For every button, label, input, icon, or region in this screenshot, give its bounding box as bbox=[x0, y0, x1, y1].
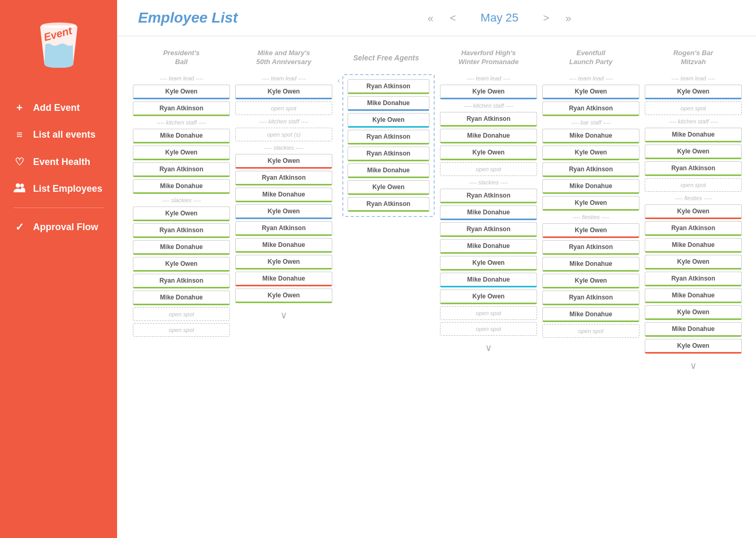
employee-card[interactable]: Ryan Atkinson bbox=[645, 221, 742, 236]
section-label: ---- team lead ---- bbox=[235, 74, 332, 82]
employee-card[interactable]: Mike Donahue bbox=[645, 288, 742, 303]
free-agent-card[interactable]: Kyle Owen bbox=[348, 180, 429, 195]
employee-card[interactable]: Ryan Atkinson bbox=[440, 189, 537, 203]
list-icon: ≡ bbox=[13, 129, 26, 141]
employees-icon bbox=[13, 183, 26, 195]
column-expand-button[interactable]: ∨ bbox=[645, 356, 742, 376]
employee-card[interactable]: Ryan Atkinson bbox=[542, 291, 639, 305]
employee-card[interactable]: Ryan Atkinson bbox=[133, 162, 230, 177]
first-page-button[interactable]: « bbox=[424, 10, 438, 26]
employee-card[interactable]: Ryan Atkinson bbox=[440, 222, 537, 237]
sidebar-item-event-health[interactable]: ♡ Event Health bbox=[0, 148, 117, 175]
free-agent-card[interactable]: Kyle Owen bbox=[348, 113, 429, 128]
employee-card[interactable]: Kyle Owen bbox=[235, 204, 332, 219]
employee-card[interactable]: Ryan Atkinson bbox=[133, 101, 230, 116]
employee-card[interactable]: Mike Donahue bbox=[645, 322, 742, 337]
open-spot-card[interactable]: open spot bbox=[440, 306, 537, 320]
event-title-eventfull: EventfullLaunch Party bbox=[542, 47, 639, 69]
employee-card[interactable]: Ryan Atkinson bbox=[645, 161, 742, 176]
open-spot-card[interactable]: open spot bbox=[542, 324, 639, 338]
free-agent-card[interactable]: Ryan Atkinson bbox=[348, 197, 429, 212]
column-expand-button[interactable]: ∨ bbox=[235, 305, 332, 325]
employee-card[interactable]: Mike Donahue bbox=[133, 179, 230, 194]
employee-card[interactable]: Kyle Owen bbox=[645, 85, 742, 99]
employee-card[interactable]: Kyle Owen bbox=[542, 85, 639, 99]
employee-card[interactable]: Mike Donahue bbox=[542, 307, 639, 322]
employee-card[interactable]: Mike Donahue bbox=[645, 128, 742, 142]
section-label: ---- fiesties ---- bbox=[542, 213, 639, 221]
employee-card[interactable]: Mike Donahue bbox=[440, 129, 537, 143]
employee-card[interactable]: Kyle Owen bbox=[542, 196, 639, 211]
employee-card[interactable]: Kyle Owen bbox=[133, 257, 230, 272]
employee-card[interactable]: Mike Donahue bbox=[440, 239, 537, 254]
employee-card[interactable]: Ryan Atkinson bbox=[542, 240, 639, 255]
employee-card[interactable]: Kyle Owen bbox=[440, 85, 537, 99]
free-agents-left-arrow[interactable]: ‹ bbox=[338, 76, 340, 85]
employee-card[interactable]: Mike Donahue bbox=[235, 238, 332, 253]
employee-card[interactable]: Kyle Owen bbox=[235, 154, 332, 169]
free-agent-card[interactable]: Ryan Atkinson bbox=[348, 130, 429, 144]
sidebar-item-approval-flow[interactable]: ✓ Approval Flow bbox=[0, 213, 117, 241]
employee-card[interactable]: Kyle Owen bbox=[645, 204, 742, 219]
prev-button[interactable]: < bbox=[446, 10, 460, 26]
employee-card[interactable]: Ryan Atkinson bbox=[542, 101, 639, 116]
open-spot-card[interactable]: open spot bbox=[133, 307, 230, 321]
employee-card[interactable]: Kyle Owen bbox=[235, 288, 332, 303]
sidebar-item-list-employees[interactable]: List Employees bbox=[0, 175, 117, 202]
event-title-haverford: Haverford High'sWinter Promanade bbox=[440, 47, 537, 69]
employee-card[interactable]: Kyle Owen bbox=[440, 146, 537, 160]
employee-card[interactable]: Mike Donahue bbox=[133, 291, 230, 305]
employee-card[interactable]: Ryan Atkinson bbox=[440, 112, 537, 127]
free-agent-card[interactable]: Mike Donahue bbox=[348, 96, 429, 111]
employee-card[interactable]: Ryan Atkinson bbox=[235, 221, 332, 236]
employee-card[interactable]: Mike Donahue bbox=[235, 272, 332, 286]
open-spot-card[interactable]: open spot (s) bbox=[235, 128, 332, 141]
employee-card[interactable]: Ryan Atkinson bbox=[133, 223, 230, 238]
employee-card[interactable]: Kyle Owen bbox=[235, 255, 332, 270]
employee-card[interactable]: Kyle Owen bbox=[133, 85, 230, 99]
next-button[interactable]: > bbox=[539, 10, 553, 26]
employee-card[interactable]: Mike Donahue bbox=[542, 257, 639, 272]
open-spot-card[interactable]: open spot bbox=[235, 101, 332, 115]
employee-card[interactable]: Kyle Owen bbox=[133, 206, 230, 221]
last-page-button[interactable]: » bbox=[561, 10, 575, 26]
event-title-presidents-ball: President'sBall bbox=[133, 47, 230, 69]
employee-card[interactable]: Mike Donahue bbox=[542, 179, 639, 194]
employee-card[interactable]: Kyle Owen bbox=[542, 146, 639, 160]
employee-card[interactable]: Kyle Owen bbox=[235, 85, 332, 99]
employee-card[interactable]: Kyle Owen bbox=[645, 255, 742, 270]
open-spot-card[interactable]: open spot bbox=[440, 322, 537, 336]
column-expand-button[interactable]: ∨ bbox=[440, 338, 537, 358]
open-spot-card[interactable]: open spot bbox=[645, 101, 742, 115]
employee-card[interactable]: Kyle Owen bbox=[645, 305, 742, 320]
free-agent-card[interactable]: Mike Donahue bbox=[348, 163, 429, 178]
employee-card[interactable]: Kyle Owen bbox=[542, 274, 639, 288]
employee-card[interactable]: Ryan Atkinson bbox=[542, 162, 639, 177]
free-agent-card[interactable]: Ryan Atkinson bbox=[348, 79, 429, 94]
checkmark-icon: ✓ bbox=[13, 221, 26, 233]
employee-card[interactable]: Mike Donahue bbox=[440, 205, 537, 220]
employee-card[interactable]: Kyle Owen bbox=[440, 256, 537, 271]
section-label: ---- kitchen staff ---- bbox=[440, 101, 537, 110]
employee-card[interactable]: Kyle Owen bbox=[645, 339, 742, 354]
employee-card[interactable]: Mike Donahue bbox=[235, 188, 332, 202]
free-agent-card[interactable]: Ryan Atkinson bbox=[348, 147, 429, 161]
sidebar-item-add-event[interactable]: + Add Event bbox=[0, 95, 117, 121]
employee-card[interactable]: Kyle Owen bbox=[645, 144, 742, 159]
employee-card[interactable]: Ryan Atkinson bbox=[133, 274, 230, 288]
open-spot-card[interactable]: open spot bbox=[440, 162, 537, 176]
free-agents-box: Ryan Atkinson Mike Donahue Kyle Owen Rya… bbox=[342, 74, 435, 217]
employee-card[interactable]: Ryan Atkinson bbox=[645, 272, 742, 286]
employee-card[interactable]: Mike Donahue bbox=[542, 129, 639, 143]
employee-card[interactable]: Kyle Owen bbox=[133, 146, 230, 160]
open-spot-card[interactable]: open spot bbox=[133, 323, 230, 337]
employee-card[interactable]: Mike Donahue bbox=[440, 273, 537, 287]
employee-card[interactable]: Ryan Atkinson bbox=[235, 171, 332, 185]
employee-card[interactable]: Kyle Owen bbox=[542, 223, 639, 238]
employee-card[interactable]: Mike Donahue bbox=[133, 240, 230, 255]
employee-card[interactable]: Kyle Owen bbox=[440, 289, 537, 304]
employee-card[interactable]: Mike Donahue bbox=[133, 129, 230, 143]
employee-card[interactable]: Mike Donahue bbox=[645, 238, 742, 253]
open-spot-card[interactable]: open spot bbox=[645, 178, 742, 192]
sidebar-item-list-events[interactable]: ≡ List all events bbox=[0, 121, 117, 148]
